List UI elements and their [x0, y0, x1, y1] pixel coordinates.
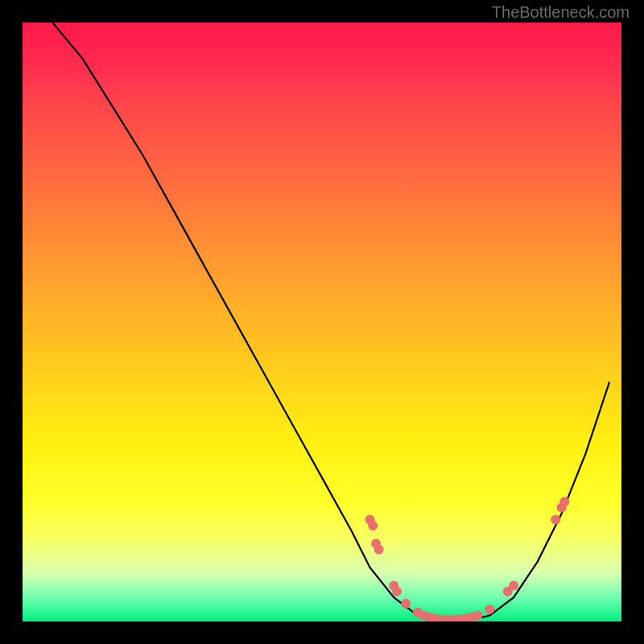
- chart-svg: [23, 23, 621, 621]
- data-marker: [473, 611, 482, 621]
- data-marker: [509, 580, 518, 590]
- data-marker: [374, 545, 384, 555]
- data-marker: [401, 599, 411, 609]
- data-marker: [392, 587, 402, 597]
- data-marker: [485, 605, 494, 614]
- data-marker: [559, 497, 569, 506]
- data-marker: [368, 521, 378, 530]
- chart-area: [23, 23, 621, 621]
- bottleneck-curve: [52, 23, 609, 621]
- watermark-text: TheBottleneck.com: [492, 3, 630, 22]
- data-marker: [551, 515, 560, 525]
